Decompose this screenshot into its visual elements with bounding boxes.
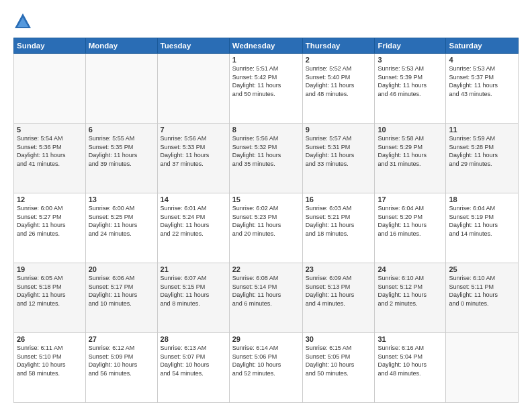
- calendar-cell: 1Sunrise: 5:51 AM Sunset: 5:42 PM Daylig…: [229, 54, 302, 124]
- calendar-cell: 31Sunrise: 6:16 AM Sunset: 5:04 PM Dayli…: [375, 333, 446, 403]
- day-info: Sunrise: 6:04 AM Sunset: 5:20 PM Dayligh…: [378, 204, 443, 238]
- day-number: 4: [449, 56, 515, 64]
- calendar-cell: 25Sunrise: 6:10 AM Sunset: 5:11 PM Dayli…: [446, 263, 519, 333]
- calendar: SundayMondayTuesdayWednesdayThursdayFrid…: [13, 38, 519, 403]
- day-info: Sunrise: 5:58 AM Sunset: 5:29 PM Dayligh…: [378, 134, 443, 168]
- day-number: 2: [306, 56, 372, 64]
- day-number: 8: [232, 126, 300, 134]
- week-row: 19Sunrise: 6:05 AM Sunset: 5:18 PM Dayli…: [14, 263, 519, 333]
- day-info: Sunrise: 5:51 AM Sunset: 5:42 PM Dayligh…: [232, 64, 300, 98]
- calendar-cell: 29Sunrise: 6:14 AM Sunset: 5:06 PM Dayli…: [229, 333, 302, 403]
- day-info: Sunrise: 6:12 AM Sunset: 5:09 PM Dayligh…: [89, 344, 154, 377]
- day-info: Sunrise: 5:57 AM Sunset: 5:31 PM Dayligh…: [306, 134, 372, 168]
- header: [13, 12, 519, 31]
- day-info: Sunrise: 5:59 AM Sunset: 5:28 PM Dayligh…: [449, 134, 515, 168]
- day-info: Sunrise: 6:11 AM Sunset: 5:10 PM Dayligh…: [17, 344, 83, 377]
- day-number: 31: [378, 335, 443, 343]
- day-info: Sunrise: 6:05 AM Sunset: 5:18 PM Dayligh…: [17, 274, 83, 308]
- header-cell-thursday: Thursday: [302, 38, 375, 54]
- week-row: 26Sunrise: 6:11 AM Sunset: 5:10 PM Dayli…: [14, 333, 519, 403]
- calendar-cell: 3Sunrise: 5:53 AM Sunset: 5:39 PM Daylig…: [375, 54, 446, 124]
- day-number: 5: [17, 126, 83, 134]
- calendar-cell: 30Sunrise: 6:15 AM Sunset: 5:05 PM Dayli…: [302, 333, 375, 403]
- calendar-cell: 22Sunrise: 6:08 AM Sunset: 5:14 PM Dayli…: [229, 263, 302, 333]
- day-number: 18: [449, 195, 515, 203]
- day-number: 19: [17, 265, 83, 273]
- calendar-cell: 13Sunrise: 6:00 AM Sunset: 5:25 PM Dayli…: [85, 193, 157, 263]
- day-number: 14: [161, 195, 226, 203]
- calendar-cell: [446, 333, 519, 403]
- day-number: 10: [378, 126, 443, 134]
- day-info: Sunrise: 6:16 AM Sunset: 5:04 PM Dayligh…: [378, 344, 443, 377]
- logo: [13, 12, 35, 31]
- calendar-cell: 19Sunrise: 6:05 AM Sunset: 5:18 PM Dayli…: [14, 263, 86, 333]
- day-number: 1: [232, 56, 300, 64]
- day-number: 13: [89, 195, 154, 203]
- calendar-cell: 15Sunrise: 6:02 AM Sunset: 5:23 PM Dayli…: [229, 193, 302, 263]
- calendar-cell: 17Sunrise: 6:04 AM Sunset: 5:20 PM Dayli…: [375, 193, 446, 263]
- day-number: 20: [89, 265, 154, 273]
- day-info: Sunrise: 6:00 AM Sunset: 5:27 PM Dayligh…: [17, 204, 83, 238]
- day-info: Sunrise: 6:10 AM Sunset: 5:11 PM Dayligh…: [449, 274, 515, 308]
- logo-icon: [13, 12, 32, 31]
- day-number: 22: [232, 265, 300, 273]
- day-info: Sunrise: 6:03 AM Sunset: 5:21 PM Dayligh…: [306, 204, 372, 238]
- day-number: 16: [306, 195, 372, 203]
- calendar-cell: 14Sunrise: 6:01 AM Sunset: 5:24 PM Dayli…: [157, 193, 229, 263]
- calendar-cell: 10Sunrise: 5:58 AM Sunset: 5:29 PM Dayli…: [375, 124, 446, 193]
- day-info: Sunrise: 6:10 AM Sunset: 5:12 PM Dayligh…: [378, 274, 443, 308]
- page: SundayMondayTuesdayWednesdayThursdayFrid…: [0, 0, 532, 411]
- calendar-cell: 12Sunrise: 6:00 AM Sunset: 5:27 PM Dayli…: [14, 193, 86, 263]
- day-info: Sunrise: 6:09 AM Sunset: 5:13 PM Dayligh…: [306, 274, 372, 308]
- day-number: 28: [161, 335, 226, 343]
- week-row: 12Sunrise: 6:00 AM Sunset: 5:27 PM Dayli…: [14, 193, 519, 263]
- day-number: 12: [17, 195, 83, 203]
- calendar-cell: 7Sunrise: 5:56 AM Sunset: 5:33 PM Daylig…: [157, 124, 229, 193]
- calendar-cell: 5Sunrise: 5:54 AM Sunset: 5:36 PM Daylig…: [14, 124, 86, 193]
- calendar-header: SundayMondayTuesdayWednesdayThursdayFrid…: [14, 38, 519, 54]
- day-number: 21: [161, 265, 226, 273]
- calendar-cell: 18Sunrise: 6:04 AM Sunset: 5:19 PM Dayli…: [446, 193, 519, 263]
- header-cell-tuesday: Tuesday: [157, 38, 229, 54]
- header-cell-wednesday: Wednesday: [229, 38, 302, 54]
- day-number: 24: [378, 265, 443, 273]
- day-info: Sunrise: 5:52 AM Sunset: 5:40 PM Dayligh…: [306, 64, 372, 98]
- week-row: 1Sunrise: 5:51 AM Sunset: 5:42 PM Daylig…: [14, 54, 519, 124]
- day-number: 25: [449, 265, 515, 273]
- header-cell-monday: Monday: [85, 38, 157, 54]
- day-info: Sunrise: 5:54 AM Sunset: 5:36 PM Dayligh…: [17, 134, 83, 168]
- day-number: 30: [306, 335, 372, 343]
- calendar-cell: 27Sunrise: 6:12 AM Sunset: 5:09 PM Dayli…: [85, 333, 157, 403]
- day-info: Sunrise: 6:01 AM Sunset: 5:24 PM Dayligh…: [161, 204, 226, 238]
- day-info: Sunrise: 5:55 AM Sunset: 5:35 PM Dayligh…: [89, 134, 154, 168]
- calendar-cell: 21Sunrise: 6:07 AM Sunset: 5:15 PM Dayli…: [157, 263, 229, 333]
- day-number: 29: [232, 335, 300, 343]
- day-info: Sunrise: 6:04 AM Sunset: 5:19 PM Dayligh…: [449, 204, 515, 238]
- header-cell-sunday: Sunday: [14, 38, 86, 54]
- day-info: Sunrise: 5:53 AM Sunset: 5:39 PM Dayligh…: [378, 64, 443, 98]
- calendar-cell: 6Sunrise: 5:55 AM Sunset: 5:35 PM Daylig…: [85, 124, 157, 193]
- day-info: Sunrise: 6:07 AM Sunset: 5:15 PM Dayligh…: [161, 274, 226, 308]
- calendar-cell: 2Sunrise: 5:52 AM Sunset: 5:40 PM Daylig…: [302, 54, 375, 124]
- day-info: Sunrise: 5:56 AM Sunset: 5:33 PM Dayligh…: [161, 134, 226, 168]
- day-number: 17: [378, 195, 443, 203]
- day-number: 6: [89, 126, 154, 134]
- day-number: 26: [17, 335, 83, 343]
- calendar-cell: 16Sunrise: 6:03 AM Sunset: 5:21 PM Dayli…: [302, 193, 375, 263]
- day-number: 9: [306, 126, 372, 134]
- day-number: 7: [161, 126, 226, 134]
- calendar-cell: [14, 54, 86, 124]
- day-info: Sunrise: 6:02 AM Sunset: 5:23 PM Dayligh…: [232, 204, 300, 238]
- calendar-cell: 23Sunrise: 6:09 AM Sunset: 5:13 PM Dayli…: [302, 263, 375, 333]
- day-number: 23: [306, 265, 372, 273]
- day-info: Sunrise: 6:08 AM Sunset: 5:14 PM Dayligh…: [232, 274, 300, 308]
- day-info: Sunrise: 5:56 AM Sunset: 5:32 PM Dayligh…: [232, 134, 300, 168]
- day-info: Sunrise: 5:53 AM Sunset: 5:37 PM Dayligh…: [449, 64, 515, 98]
- day-info: Sunrise: 6:15 AM Sunset: 5:05 PM Dayligh…: [306, 344, 372, 377]
- calendar-cell: 28Sunrise: 6:13 AM Sunset: 5:07 PM Dayli…: [157, 333, 229, 403]
- day-info: Sunrise: 6:13 AM Sunset: 5:07 PM Dayligh…: [161, 344, 226, 377]
- day-number: 27: [89, 335, 154, 343]
- calendar-cell: 20Sunrise: 6:06 AM Sunset: 5:17 PM Dayli…: [85, 263, 157, 333]
- calendar-cell: 8Sunrise: 5:56 AM Sunset: 5:32 PM Daylig…: [229, 124, 302, 193]
- header-cell-saturday: Saturday: [446, 38, 519, 54]
